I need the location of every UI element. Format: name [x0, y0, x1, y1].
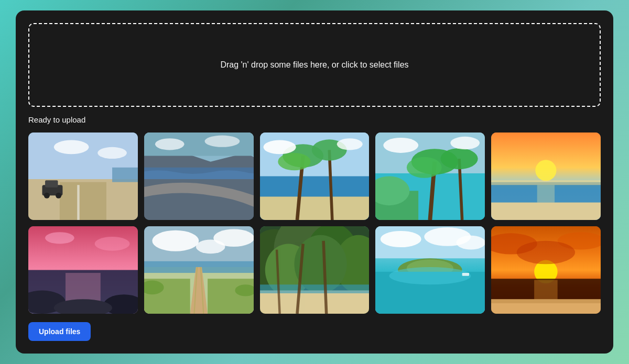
dropzone-area[interactable]: Drag 'n' drop some files here, or click …: [28, 23, 601, 107]
svg-rect-89: [462, 273, 469, 276]
image-grid: [28, 133, 601, 314]
svg-point-88: [389, 267, 471, 284]
svg-point-40: [451, 137, 480, 149]
svg-rect-21: [260, 196, 370, 220]
svg-rect-3: [77, 185, 79, 220]
svg-point-54: [95, 237, 130, 251]
svg-point-9: [54, 140, 89, 154]
svg-point-27: [263, 140, 296, 154]
image-thumbnail: [28, 133, 138, 220]
svg-rect-49: [66, 273, 101, 302]
upload-files-button[interactable]: Upload files: [28, 322, 91, 341]
svg-point-94: [517, 241, 575, 264]
dropzone-text: Drag 'n' drop some files here, or click …: [220, 60, 408, 70]
svg-rect-5: [45, 180, 58, 187]
svg-point-42: [536, 160, 557, 181]
image-thumbnail: [491, 133, 601, 220]
image-thumbnail: [260, 226, 370, 314]
image-thumbnail: [375, 226, 485, 314]
image-thumbnail: [375, 133, 485, 220]
file-upload-container: Drag 'n' drop some files here, or click …: [16, 10, 613, 354]
svg-rect-45: [491, 180, 601, 185]
svg-rect-46: [537, 185, 555, 202]
svg-point-39: [384, 138, 419, 153]
ready-label: Ready to upload: [28, 115, 601, 124]
image-thumbnail: [144, 133, 254, 220]
image-thumbnail: [260, 133, 370, 220]
svg-point-24: [278, 153, 310, 170]
svg-point-82: [381, 231, 421, 247]
svg-rect-65: [208, 279, 254, 314]
svg-point-16: [155, 138, 185, 150]
svg-rect-98: [491, 303, 601, 314]
image-thumbnail: [144, 226, 254, 314]
svg-point-38: [441, 148, 478, 169]
svg-point-53: [45, 232, 74, 244]
image-thumbnail: [28, 226, 138, 314]
svg-rect-76: [260, 284, 370, 293]
svg-rect-75: [260, 290, 370, 314]
svg-point-28: [337, 138, 362, 150]
svg-point-6: [44, 193, 50, 198]
svg-rect-44: [491, 203, 601, 220]
svg-point-59: [196, 240, 225, 254]
svg-point-17: [204, 136, 240, 147]
svg-point-10: [97, 147, 127, 159]
svg-rect-8: [112, 168, 138, 182]
svg-point-57: [152, 230, 199, 251]
svg-point-36: [407, 157, 442, 178]
svg-point-84: [457, 236, 485, 250]
svg-point-7: [56, 193, 61, 198]
image-thumbnail: [491, 226, 601, 314]
svg-rect-2: [60, 182, 106, 220]
